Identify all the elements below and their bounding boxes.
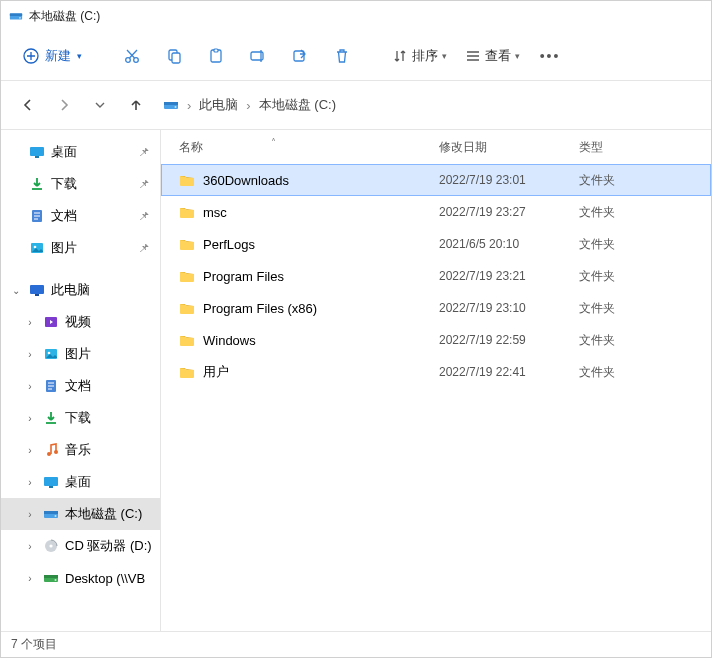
folder-icon xyxy=(179,204,195,220)
share-icon xyxy=(291,47,309,65)
forward-button[interactable] xyxy=(47,88,81,122)
col-name[interactable]: 名称˄ xyxy=(161,139,421,156)
ellipsis-icon: ••• xyxy=(540,48,561,64)
chevron-down-icon: ▾ xyxy=(442,51,447,61)
sort-button-label: 排序 xyxy=(412,47,438,65)
pin-icon: 📌︎ xyxy=(138,209,160,223)
file-name: 用户 xyxy=(203,363,229,381)
copy-button[interactable] xyxy=(154,40,194,72)
breadcrumb-item[interactable]: 本地磁盘 (C:) xyxy=(259,96,336,114)
new-button[interactable]: 新建 ▾ xyxy=(15,43,90,69)
file-type: 文件夹 xyxy=(561,236,711,253)
file-name: Windows xyxy=(203,333,256,348)
share-button[interactable] xyxy=(280,40,320,72)
file-row[interactable]: Windows 2022/7/19 22:59 文件夹 xyxy=(161,324,711,356)
svg-rect-28 xyxy=(44,477,58,486)
delete-button[interactable] xyxy=(322,40,362,72)
file-row[interactable]: msc 2022/7/19 23:27 文件夹 xyxy=(161,196,711,228)
up-button[interactable] xyxy=(119,88,153,122)
svg-point-2 xyxy=(19,17,21,19)
sidebar-item[interactable]: › 下载 xyxy=(1,402,160,434)
file-row[interactable]: PerfLogs 2021/6/5 20:10 文件夹 xyxy=(161,228,711,260)
sidebar-item-label: CD 驱动器 (D:) xyxy=(65,537,160,555)
file-row[interactable]: Program Files (x86) 2022/7/19 23:10 文件夹 xyxy=(161,292,711,324)
breadcrumb-sep: › xyxy=(246,98,250,113)
view-icon xyxy=(465,48,481,64)
file-row[interactable]: Program Files 2022/7/19 23:21 文件夹 xyxy=(161,260,711,292)
drive-icon xyxy=(163,97,179,113)
breadcrumb-sep: › xyxy=(187,98,191,113)
column-headers[interactable]: 名称˄ 修改日期 类型 xyxy=(161,130,711,164)
col-date[interactable]: 修改日期 xyxy=(421,139,561,156)
chevron-right-icon: › xyxy=(23,541,37,552)
arrow-left-icon xyxy=(20,97,36,113)
file-row[interactable]: 用户 2022/7/19 22:41 文件夹 xyxy=(161,356,711,388)
svg-rect-7 xyxy=(172,53,180,63)
rename-button[interactable] xyxy=(238,40,278,72)
sidebar-item[interactable]: › CD 驱动器 (D:) xyxy=(1,530,160,562)
recent-button[interactable] xyxy=(83,88,117,122)
sidebar-item[interactable]: › 本地磁盘 (C:) xyxy=(1,498,160,530)
svg-point-14 xyxy=(175,106,177,108)
sidebar-item[interactable]: › 桌面 xyxy=(1,466,160,498)
svg-point-5 xyxy=(134,57,139,62)
view-button[interactable]: 查看 ▾ xyxy=(457,43,528,69)
toolbar: 新建 ▾ 排序 ▾ 查看 ▾ ••• xyxy=(1,31,711,81)
file-date: 2022/7/19 23:10 xyxy=(421,301,561,315)
arrow-up-icon xyxy=(128,97,144,113)
chevron-right-icon: › xyxy=(23,573,37,584)
sort-button[interactable]: 排序 ▾ xyxy=(384,43,455,69)
svg-rect-21 xyxy=(35,294,39,296)
breadcrumb[interactable]: › 此电脑 › 本地磁盘 (C:) xyxy=(163,96,336,114)
sidebar-item-label: 文档 xyxy=(51,207,132,225)
sort-indicator-icon: ˄ xyxy=(271,137,276,148)
sidebar-item[interactable]: › 文档 xyxy=(1,370,160,402)
file-type: 文件夹 xyxy=(561,300,711,317)
chevron-right-icon: › xyxy=(23,445,37,456)
sidebar-item-label: Desktop (\\VB xyxy=(65,571,160,586)
download-icon xyxy=(29,176,45,192)
more-button[interactable]: ••• xyxy=(530,40,570,72)
status-bar: 7 个项目 xyxy=(1,631,711,657)
sidebar-item[interactable]: › 视频 xyxy=(1,306,160,338)
sidebar-item-quick[interactable]: 下载 📌︎ xyxy=(1,168,160,200)
sidebar-item-label: 桌面 xyxy=(65,473,160,491)
col-type[interactable]: 类型 xyxy=(561,139,711,156)
sidebar-item-quick[interactable]: 桌面 📌︎ xyxy=(1,136,160,168)
sidebar-item[interactable]: › Desktop (\\VB xyxy=(1,562,160,594)
back-button[interactable] xyxy=(11,88,45,122)
chevron-down-icon: ⌄ xyxy=(9,285,23,296)
cut-button[interactable] xyxy=(112,40,152,72)
view-button-label: 查看 xyxy=(485,47,511,65)
file-list[interactable]: 360Downloads 2022/7/19 23:01 文件夹 msc 202… xyxy=(161,164,711,631)
sidebar[interactable]: 桌面 📌︎ 下载 📌︎ 文档 📌︎ 图片 📌︎ ⌄ 此电脑 › 视频 › xyxy=(1,130,161,631)
file-row[interactable]: 360Downloads 2022/7/19 23:01 文件夹 xyxy=(161,164,711,196)
chevron-right-icon: › xyxy=(23,317,37,328)
file-name: Program Files xyxy=(203,269,284,284)
sidebar-item-thispc[interactable]: ⌄ 此电脑 xyxy=(1,274,160,306)
sidebar-item-label: 桌面 xyxy=(51,143,132,161)
sidebar-item-label: 文档 xyxy=(65,377,160,395)
sidebar-item-label: 本地磁盘 (C:) xyxy=(65,505,160,523)
main: 桌面 📌︎ 下载 📌︎ 文档 📌︎ 图片 📌︎ ⌄ 此电脑 › 视频 › xyxy=(1,129,711,631)
trash-icon xyxy=(333,47,351,65)
plus-icon xyxy=(23,48,39,64)
scissors-icon xyxy=(123,47,141,65)
paste-icon xyxy=(207,47,225,65)
paste-button[interactable] xyxy=(196,40,236,72)
sidebar-item[interactable]: › 图片 xyxy=(1,338,160,370)
sidebar-item-label: 图片 xyxy=(65,345,160,363)
file-type: 文件夹 xyxy=(561,268,711,285)
chevron-right-icon: › xyxy=(23,413,37,424)
new-button-label: 新建 xyxy=(45,47,71,65)
svg-rect-15 xyxy=(30,147,44,156)
svg-rect-16 xyxy=(35,156,39,158)
svg-point-4 xyxy=(126,57,131,62)
breadcrumb-item[interactable]: 此电脑 xyxy=(199,96,238,114)
monitor-icon xyxy=(29,282,45,298)
sidebar-item-quick[interactable]: 文档 📌︎ xyxy=(1,200,160,232)
sidebar-item-quick[interactable]: 图片 📌︎ xyxy=(1,232,160,264)
picture-icon xyxy=(43,346,59,362)
sidebar-item[interactable]: › 音乐 xyxy=(1,434,160,466)
chevron-down-icon: ▾ xyxy=(515,51,520,61)
